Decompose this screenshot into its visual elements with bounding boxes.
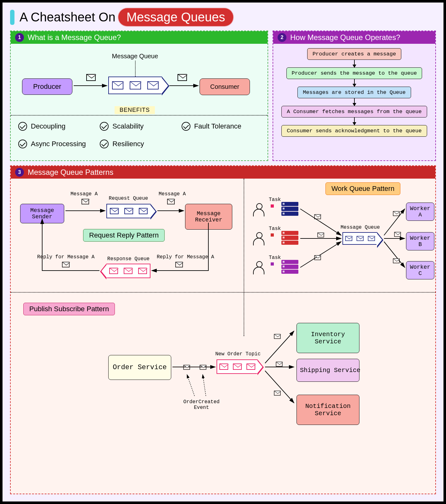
panel3-title: Message Queue Patterns [28, 168, 113, 177]
benefit-item: Resiliency [100, 140, 178, 148]
envelope-icon [183, 365, 190, 369]
panel1-number-badge: 1 [15, 33, 24, 42]
benefit-item: Async Processing [18, 140, 97, 148]
pubsub-arrows [11, 292, 439, 468]
flow-step: A Consumer fetches messages from the que… [281, 106, 427, 117]
svg-line-14 [187, 375, 195, 396]
benefit-text: Scalability [112, 122, 144, 130]
svg-line-15 [203, 375, 206, 396]
panel-what-is-mq: 1 What is a Message Queue? Message Queue… [10, 31, 268, 161]
panel1-arrows [11, 44, 269, 107]
check-icon [100, 140, 109, 148]
flow-connector [354, 79, 355, 87]
envelope-icon [393, 258, 400, 263]
check-icon [100, 122, 109, 131]
envelope-icon [276, 362, 283, 366]
panel-how-mq-operates: 2 How Message Queue Operates? Producer c… [273, 31, 436, 161]
flow-step: Messages are stored in the Queue [297, 87, 411, 98]
envelope-icon [393, 211, 400, 216]
envelope-icon [394, 232, 401, 237]
benefit-item: Fault Tolerance [182, 122, 260, 131]
benefit-text: Resiliency [112, 140, 144, 148]
divider [11, 115, 268, 116]
panel1-header: 1 What is a Message Queue? [11, 31, 268, 44]
envelope-icon [314, 255, 321, 260]
flow-connector [354, 98, 355, 106]
benefit-item: Scalability [100, 122, 178, 131]
request-reply-arrows [11, 179, 244, 292]
envelope-icon [314, 214, 321, 219]
panel1-body: Message Queue Producer Consumer [11, 44, 268, 160]
panel2-number-badge: 2 [278, 33, 286, 42]
benefit-text: Decoupling [31, 122, 65, 130]
flow-step: Producer sends the message to the queue [286, 67, 422, 79]
panel2-flowchart: Producer creates a messageProducer sends… [273, 44, 435, 160]
panel2-header: 2 How Message Queue Operates? [273, 31, 435, 44]
flow-step: Producer creates a message [307, 48, 401, 60]
panel3-number-badge: 3 [15, 168, 24, 177]
accent-bar [10, 10, 14, 25]
panel1-title: What is a Message Queue? [28, 33, 121, 42]
panel2-title: How Message Queue Operates? [290, 33, 400, 42]
check-icon [18, 122, 27, 131]
title-highlight: Message Queues [119, 9, 233, 26]
benefit-text: Async Processing [31, 140, 86, 148]
panel3-body: Message Sender Message Receiver Request … [11, 179, 435, 494]
benefits-grid: DecouplingScalabilityFault ToleranceAsyn… [11, 118, 268, 152]
flow-step: Consumer sends acknowledgment to the que… [281, 125, 427, 137]
check-icon [18, 140, 27, 148]
envelope-icon [274, 334, 281, 339]
benefits-heading: BENEFITS [115, 106, 155, 114]
title-prefix: A Cheatsheet On [20, 10, 116, 24]
envelope-icon [318, 232, 324, 237]
panel-patterns: 3 Message Queue Patterns Message Sender … [10, 165, 436, 494]
envelope-icon [274, 391, 281, 395]
panel3-header: 3 Message Queue Patterns [11, 166, 435, 179]
page-title: A Cheatsheet On Message Queues [20, 9, 233, 26]
svg-line-4 [300, 209, 341, 235]
svg-line-13 [265, 371, 294, 403]
cheatsheet-root: A Cheatsheet On Message Queues 1 What is… [0, 0, 446, 504]
work-queue-arrows [244, 179, 442, 292]
svg-line-9 [384, 242, 405, 267]
title-bar: A Cheatsheet On Message Queues [3, 3, 443, 29]
benefit-item: Decoupling [18, 122, 97, 131]
flow-connector [354, 60, 355, 67]
benefit-text: Fault Tolerance [194, 122, 241, 130]
envelope-icon [200, 365, 206, 369]
envelope-icon [86, 74, 96, 81]
flow-connector [354, 117, 355, 125]
svg-line-6 [300, 242, 341, 267]
envelope-icon [178, 74, 187, 81]
check-icon [182, 122, 190, 131]
